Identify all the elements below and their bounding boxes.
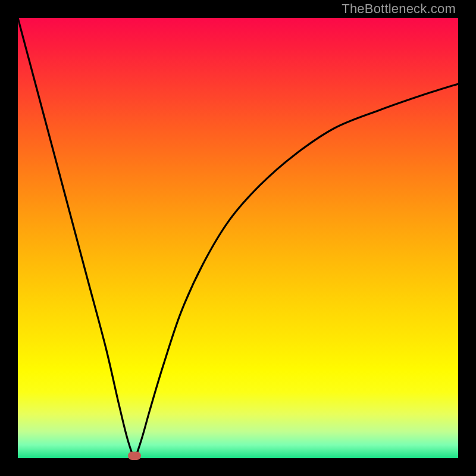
plot-area xyxy=(18,18,458,458)
watermark-text: TheBottleneck.com xyxy=(342,1,456,17)
chart-frame: TheBottleneck.com xyxy=(0,0,476,476)
minimum-marker xyxy=(128,452,141,460)
bottleneck-curve xyxy=(18,18,458,458)
